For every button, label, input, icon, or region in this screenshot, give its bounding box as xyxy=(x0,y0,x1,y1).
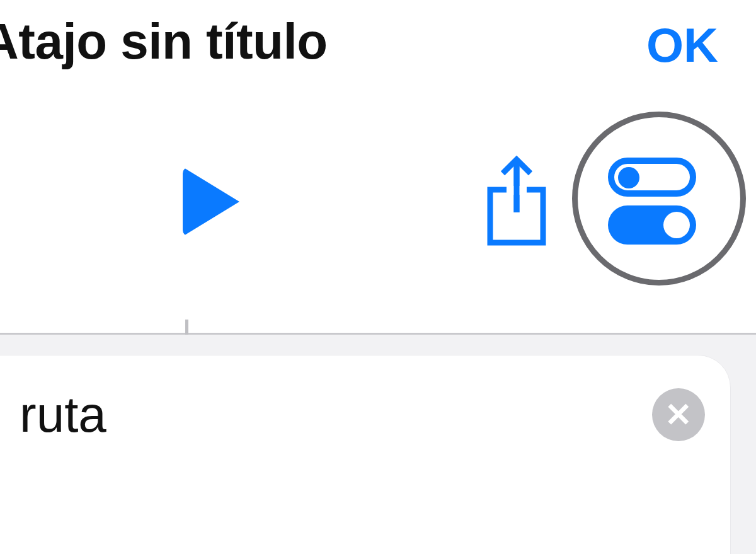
action-card[interactable]: ruta ✕ xyxy=(0,355,731,554)
play-button[interactable] xyxy=(183,167,239,236)
actions-area: ruta ✕ xyxy=(0,333,756,554)
flow-connector xyxy=(185,320,188,335)
settings-toggles-icon xyxy=(608,158,696,245)
play-icon xyxy=(183,167,239,236)
toolbar xyxy=(0,148,756,274)
close-icon: ✕ xyxy=(665,398,692,431)
ok-button[interactable]: OK xyxy=(646,18,718,72)
page-title[interactable]: Atajo sin título xyxy=(0,13,328,71)
remove-action-button[interactable]: ✕ xyxy=(652,388,705,441)
action-title: ruta xyxy=(20,386,106,444)
share-icon xyxy=(479,154,554,249)
settings-button[interactable] xyxy=(608,158,696,245)
share-button[interactable] xyxy=(479,154,554,251)
